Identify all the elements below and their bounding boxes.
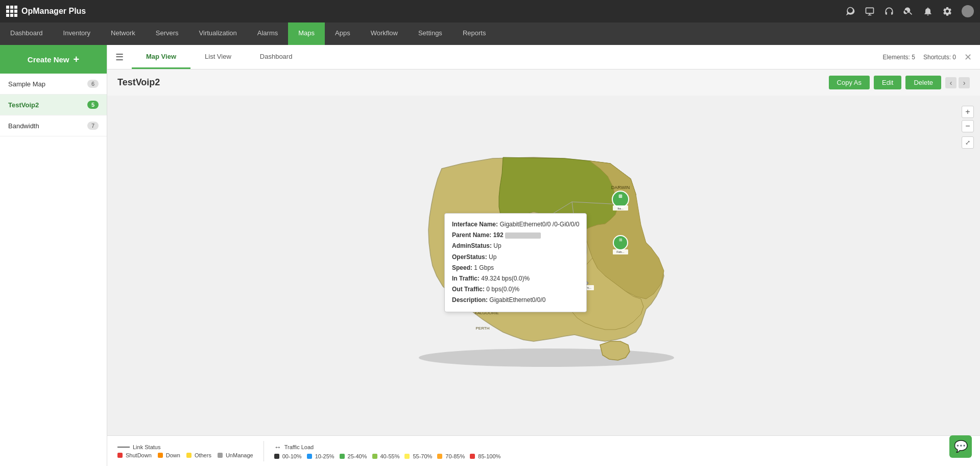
nav-maps[interactable]: Maps: [288, 22, 325, 45]
legend-55-70-label: 55-70%: [413, 453, 432, 459]
legend-0-10-label: 00-10%: [282, 453, 302, 459]
elements-count: Elements: 5: [883, 54, 915, 61]
sidebar-item-bandwidth[interactable]: Bandwidth 7: [0, 115, 107, 136]
content-area: ☰ Map View List View Dashboard Elements:…: [107, 45, 980, 466]
close-subheader-button[interactable]: ✕: [964, 52, 972, 63]
map-container[interactable]: WESTERN AUSTRALIA NORTHERN TERRITORY DAR…: [107, 96, 980, 466]
tooltip-operstatus-value: Up: [489, 253, 496, 261]
grid-icon[interactable]: [6, 6, 17, 17]
legend-traffic-25-40: 25-40%: [340, 453, 367, 459]
prev-arrow-button[interactable]: ‹: [945, 77, 957, 88]
tab-list-view[interactable]: List View: [190, 45, 246, 69]
tooltip-operstatus-label: OperStatus:: [452, 253, 487, 261]
svg-text:Feb...: Feb...: [616, 250, 625, 253]
nav-arrows: ‹ ›: [945, 77, 970, 88]
legend-divider: [264, 441, 264, 461]
tooltip-speed-label: Speed:: [452, 264, 472, 271]
sidebar: Create New + Sample Map 6 TestVoip2 5 Ba…: [0, 45, 107, 466]
legend-others: Others: [186, 452, 211, 458]
legend-others-label: Others: [195, 452, 211, 458]
app-title: OpManager Plus: [21, 7, 86, 16]
nav-virtualization[interactable]: Virtualization: [189, 22, 247, 45]
rocket-icon[interactable]: [845, 6, 855, 16]
nav-servers[interactable]: Servers: [146, 22, 189, 45]
sidebar-item-testvoip2[interactable]: TestVoip2 5: [0, 95, 107, 115]
tab-map-view[interactable]: Map View: [132, 45, 190, 69]
search-icon[interactable]: [903, 6, 914, 16]
topbar: OpManager Plus: [0, 0, 980, 22]
legend-traffic-row: ↔ Traffic Load 00-10% 10-25%: [274, 443, 501, 459]
tooltip-adminstatus-value: Up: [493, 242, 501, 249]
tooltip-adminstatus-label: AdminStatus:: [452, 242, 492, 249]
nav-alarms[interactable]: Alarms: [247, 22, 288, 45]
bell-icon[interactable]: [923, 6, 933, 16]
sidebar-item-badge: 5: [87, 101, 99, 109]
avatar-icon[interactable]: [962, 5, 974, 17]
legend-unmanage: UnManage: [218, 452, 253, 458]
legend-shutdown-dot: [117, 453, 123, 458]
headset-icon[interactable]: [884, 6, 894, 16]
tooltip-interface-value: GigabitEthernet0/0 /0-Gi0/0/0: [499, 221, 579, 228]
topbar-icons: [845, 5, 974, 17]
svg-text:⊞: ⊞: [618, 194, 623, 199]
shortcuts-count: Shortcuts: 0: [923, 54, 956, 61]
nav-reports[interactable]: Reports: [452, 22, 496, 45]
legend-25-40-dot: [340, 454, 345, 459]
plus-icon: +: [74, 54, 80, 65]
legend-85-100-dot: [470, 454, 475, 459]
zoom-in-button[interactable]: +: [962, 106, 974, 118]
zoom-out-button[interactable]: −: [962, 120, 974, 132]
legend-85-100-label: 85-100%: [478, 453, 500, 459]
expand-button[interactable]: ⤢: [962, 136, 974, 149]
svg-text:Ita...: Ita...: [617, 207, 624, 210]
next-arrow-button[interactable]: ›: [959, 77, 970, 88]
legend-link-status-row: Link Status ShutDown Down: [117, 444, 253, 458]
copy-as-button[interactable]: Copy As: [829, 76, 870, 89]
legend-bar: Link Status ShutDown Down: [107, 435, 980, 466]
legend-arrows-icon: ↔: [274, 443, 281, 451]
legend-link-status-label: Link Status: [133, 444, 160, 450]
legend-others-dot: [186, 453, 192, 458]
svg-text:⊞: ⊞: [618, 238, 622, 242]
tooltip-speed-value: 1 Gbps: [474, 264, 494, 271]
legend-shutdown-label: ShutDown: [126, 452, 152, 458]
app-logo: OpManager Plus: [6, 6, 840, 17]
tooltip-intraffic-value: 49.324 bps(0.0)%: [481, 275, 530, 282]
chat-icon: 💬: [954, 440, 968, 453]
sub-header: ☰ Map View List View Dashboard Elements:…: [107, 45, 980, 69]
legend-traffic-10-25: 10-25%: [307, 453, 334, 459]
chat-button[interactable]: 💬: [949, 435, 972, 458]
tooltip-interface-label: Interface Name:: [452, 221, 498, 228]
nav-inventory[interactable]: Inventory: [53, 22, 101, 45]
tab-dashboard[interactable]: Dashboard: [246, 45, 307, 69]
legend-link-status-header: Link Status: [117, 444, 253, 450]
sidebar-item-badge: 7: [87, 122, 99, 130]
tooltip-outtraffic-label: Out Traffic:: [452, 286, 485, 293]
nav-apps[interactable]: Apps: [325, 22, 361, 45]
delete-button[interactable]: Delete: [905, 76, 941, 89]
gear-icon[interactable]: [942, 6, 952, 16]
sub-header-right: Elements: 5 Shortcuts: 0 ✕: [883, 52, 980, 63]
map-svg-area: WESTERN AUSTRALIA NORTHERN TERRITORY DAR…: [107, 96, 980, 435]
legend-traffic-85-100: 85-100%: [470, 453, 500, 459]
monitor-icon[interactable]: [865, 6, 875, 16]
legend-down: Down: [158, 452, 180, 458]
tooltip-description-value: GigabitEthernet0/0/0: [489, 296, 545, 304]
hamburger-button[interactable]: ☰: [107, 52, 132, 63]
legend-0-10-dot: [274, 454, 279, 459]
nav-network[interactable]: Network: [101, 22, 146, 45]
nav-dashboard[interactable]: Dashboard: [0, 22, 53, 45]
title-bar-actions: Copy As Edit Delete ‹ ›: [829, 76, 970, 89]
create-new-label: Create New: [28, 55, 69, 64]
legend-traffic-label: Traffic Load: [284, 444, 314, 450]
create-new-button[interactable]: Create New +: [0, 45, 107, 74]
sidebar-item-samplemap[interactable]: Sample Map 6: [0, 74, 107, 95]
legend-traffic-header: ↔ Traffic Load: [274, 443, 501, 451]
navbar: Dashboard Inventory Network Servers Virt…: [0, 22, 980, 45]
sidebar-item-badge: 6: [87, 80, 99, 88]
nav-workflow[interactable]: Workflow: [361, 22, 408, 45]
svg-point-0: [419, 348, 674, 367]
edit-button[interactable]: Edit: [874, 76, 901, 89]
legend-unmanage-label: UnManage: [226, 452, 253, 458]
nav-settings[interactable]: Settings: [408, 22, 452, 45]
